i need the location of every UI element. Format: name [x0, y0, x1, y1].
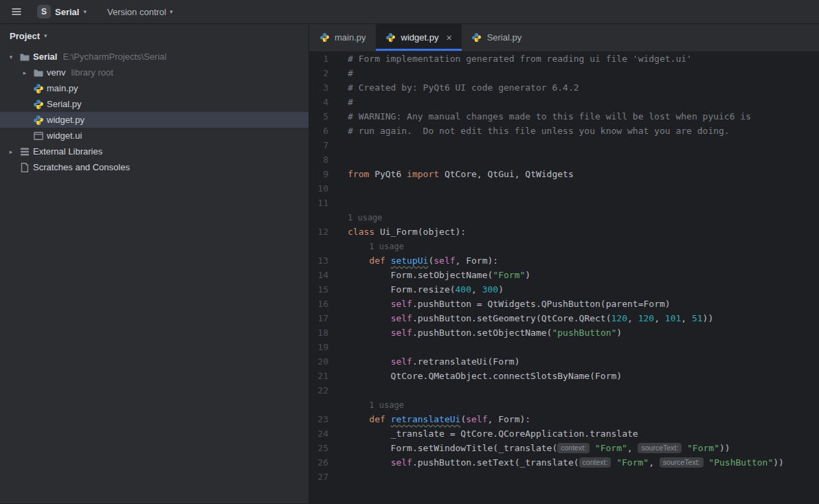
- tree-item-widget-ui[interactable]: widget.ui: [0, 128, 308, 144]
- tab-label: Serial.py: [487, 32, 522, 43]
- line-number[interactable]: 23: [309, 412, 328, 426]
- line-number[interactable]: 21: [309, 369, 328, 383]
- line-number[interactable]: 20: [309, 354, 328, 369]
- tree-item-serial-root[interactable]: ▾ Serial E:\PycharmProjects\Serial: [0, 49, 308, 65]
- line-number[interactable]: 2: [309, 66, 328, 80]
- tree-item-main-py[interactable]: main.py: [0, 80, 308, 96]
- line-number[interactable]: 5: [309, 109, 328, 124]
- line-number[interactable]: 11: [309, 196, 328, 210]
- project-panel-header[interactable]: Project ▾: [0, 24, 308, 47]
- code-line[interactable]: 17 self.pushButton.setGeometry(QtCore.QR…: [309, 311, 819, 325]
- code-line[interactable]: 8: [309, 152, 819, 167]
- code-line-text: #: [348, 68, 353, 78]
- chevron-down-icon[interactable]: ▾: [5, 54, 16, 60]
- folder-icon: [33, 67, 44, 78]
- code-line[interactable]: 7: [309, 138, 819, 152]
- vcs-selector[interactable]: Version control ▾: [103, 5, 177, 19]
- tree-item-venv[interactable]: ▸ venv library root: [0, 65, 308, 80]
- code-line[interactable]: 15 Form.resize(400, 300): [309, 282, 819, 297]
- panel-title: Project: [10, 31, 40, 41]
- main-toolbar: S Serial ▾ Version control ▾: [0, 0, 819, 24]
- project-tool-window: Project ▾ ▾ Serial E:\PycharmProjects\Se…: [0, 24, 309, 503]
- code-line[interactable]: 1# Form implementation generated from re…: [309, 51, 819, 66]
- code-line[interactable]: 21 QtCore.QMetaObject.connectSlotsByName…: [309, 369, 819, 383]
- project-selector[interactable]: S Serial ▾: [33, 3, 91, 21]
- tree-item-serial-py[interactable]: Serial.py: [0, 96, 308, 112]
- code-line[interactable]: 4#: [309, 95, 819, 109]
- code-line[interactable]: 12class Ui_Form(object):: [309, 225, 819, 239]
- tab-label: widget.py: [401, 32, 439, 43]
- line-number[interactable]: 9: [309, 167, 328, 181]
- line-number[interactable]: 22: [309, 383, 328, 398]
- line-number[interactable]: 10: [309, 181, 328, 196]
- code-line[interactable]: 18 self.pushButton.setObjectName("pushBu…: [309, 325, 819, 340]
- line-number[interactable]: 13: [309, 253, 328, 268]
- close-icon[interactable]: ×: [446, 33, 451, 43]
- line-number[interactable]: 18: [309, 325, 328, 340]
- code-line[interactable]: 6# run again. Do not edit this file unle…: [309, 124, 819, 138]
- line-number[interactable]: 1: [309, 51, 328, 66]
- hamburger-menu-icon[interactable]: [7, 2, 26, 21]
- chevron-right-icon[interactable]: ▸: [5, 148, 16, 155]
- code-line[interactable]: 25 Form.setWindowTitle(_translate(contex…: [309, 441, 819, 455]
- line-number[interactable]: 17: [309, 311, 328, 325]
- line-number[interactable]: 7: [309, 138, 328, 152]
- code-line-text: self.pushButton.setGeometry(QtCore.QRect…: [348, 313, 713, 323]
- code-line[interactable]: 19: [309, 340, 819, 354]
- code-line[interactable]: 10: [309, 181, 819, 196]
- python-file-icon: [33, 99, 44, 110]
- tree-item-scratches[interactable]: Scratches and Consoles: [0, 159, 308, 175]
- code-line[interactable]: 23 def retranslateUi(self, Form):: [309, 412, 819, 426]
- code-line[interactable]: 27: [309, 470, 819, 484]
- code-line[interactable]: 20 self.retranslateUi(Form): [309, 354, 819, 369]
- code-line[interactable]: 3# Created by: PyQt6 UI code generator 6…: [309, 80, 819, 95]
- line-number[interactable]: 12: [309, 225, 328, 239]
- chevron-down-icon: ▾: [83, 9, 87, 15]
- code-line-text: Form.resize(400, 300): [348, 284, 504, 295]
- code-line-text: _translate = QtCore.QCoreApplication.tra…: [348, 428, 638, 439]
- line-number[interactable]: 8: [309, 152, 328, 167]
- code-line[interactable]: 9from PyQt6 import QtCore, QtGui, QtWidg…: [309, 167, 819, 181]
- code-line[interactable]: 16 self.pushButton = QtWidgets.QPushButt…: [309, 297, 819, 311]
- line-number[interactable]: 6: [309, 124, 328, 138]
- code-line[interactable]: 22: [309, 383, 819, 398]
- tree-item-label: Serial: [33, 51, 57, 62]
- code-line[interactable]: 24 _translate = QtCore.QCoreApplication.…: [309, 426, 819, 441]
- python-file-icon: [319, 32, 330, 43]
- inlay-hint-line[interactable]: 1 usage: [309, 210, 819, 225]
- code-line-text: QtCore.QMetaObject.connectSlotsByName(Fo…: [348, 371, 622, 381]
- code-line-text: 1 usage: [348, 212, 383, 222]
- code-line[interactable]: 11: [309, 196, 819, 210]
- code-line[interactable]: 13 def setupUi(self, Form):: [309, 253, 819, 268]
- parameter-hint: sourceText:: [638, 443, 682, 453]
- code-line-text: 1 usage: [348, 400, 404, 410]
- inlay-hint-line[interactable]: 1 usage: [309, 398, 819, 412]
- line-number[interactable]: 4: [309, 95, 328, 109]
- tab-widget-py[interactable]: widget.py ×: [376, 24, 462, 51]
- line-number[interactable]: 15: [309, 282, 328, 297]
- line-number[interactable]: 14: [309, 268, 328, 282]
- tab-serial-py[interactable]: Serial.py: [462, 24, 532, 51]
- code-line-text: self.pushButton.setObjectName("pushButto…: [348, 328, 622, 338]
- line-number[interactable]: 26: [309, 455, 328, 470]
- usages-inlay: 1 usage: [348, 213, 383, 222]
- tree-item-external-libraries[interactable]: ▸ External Libraries: [0, 144, 308, 159]
- code-editor[interactable]: 1# Form implementation generated from re…: [309, 51, 819, 503]
- line-number[interactable]: 24: [309, 426, 328, 441]
- code-line-text: # Created by: PyQt6 UI code generator 6.…: [348, 82, 579, 93]
- line-number[interactable]: 3: [309, 80, 328, 95]
- code-line[interactable]: 14 Form.setObjectName("Form"): [309, 268, 819, 282]
- line-number[interactable]: 25: [309, 441, 328, 455]
- line-number[interactable]: 16: [309, 297, 328, 311]
- code-line-text: # run again. Do not edit this file unles…: [348, 126, 730, 136]
- line-number[interactable]: 27: [309, 470, 328, 484]
- tree-item-widget-py[interactable]: widget.py: [0, 112, 308, 128]
- code-line[interactable]: 26 self.pushButton.setText(_translate(co…: [309, 455, 819, 470]
- code-line[interactable]: 2#: [309, 66, 819, 80]
- code-line[interactable]: 5# WARNING: Any manual changes made to t…: [309, 109, 819, 124]
- line-number[interactable]: 19: [309, 340, 328, 354]
- code-line-text: self.pushButton = QtWidgets.QPushButton(…: [348, 299, 671, 309]
- inlay-hint-line[interactable]: 1 usage: [309, 239, 819, 253]
- tab-main-py[interactable]: main.py: [309, 24, 376, 51]
- chevron-right-icon[interactable]: ▸: [19, 69, 30, 76]
